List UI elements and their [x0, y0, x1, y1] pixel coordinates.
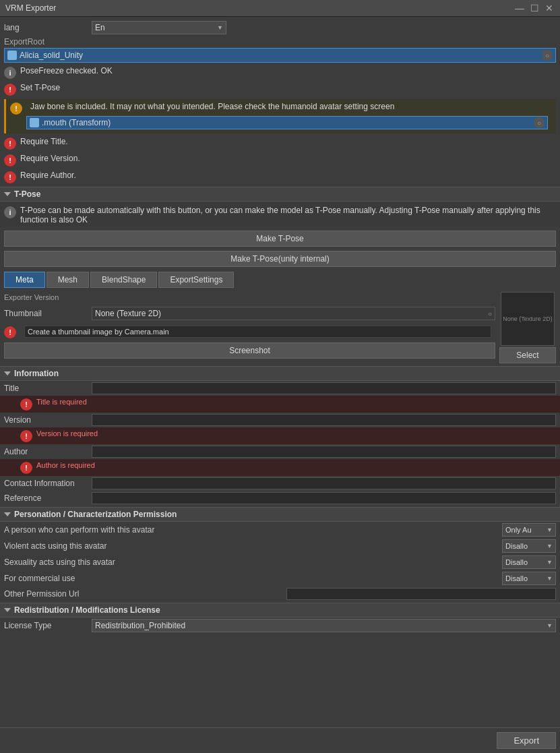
- msg-require-author: ! Require Author.: [0, 169, 560, 185]
- contact-label: Contact Information: [4, 479, 92, 488]
- info-icon-tpose: i: [4, 206, 16, 218]
- lang-row: lang En ▼: [0, 20, 560, 36]
- version-error-row: ! Version is required: [0, 427, 560, 444]
- contact-input[interactable]: [92, 477, 556, 489]
- tab-blendshape[interactable]: BlendShape: [90, 272, 157, 288]
- maximize-icon[interactable]: ☐: [529, 3, 540, 13]
- title-error-row: ! Title is required: [0, 396, 560, 413]
- title-error-text: Title is required: [36, 398, 87, 406]
- permission-row-0: A person who can perform with this avata…: [0, 522, 560, 538]
- thumbnail-left-col: Exporter Version Thumbnail None (Texture…: [4, 292, 495, 359]
- msg-posefreeze-text: PoseFreeze checked. OK: [20, 66, 113, 76]
- permission-label-0: A person who can perform with this avata…: [4, 525, 502, 535]
- permission-chevron-3: ▼: [547, 575, 553, 582]
- permission-value-3: Disallo: [505, 574, 528, 582]
- tab-mesh[interactable]: Mesh: [46, 272, 89, 288]
- permission-chevron-2: ▼: [547, 559, 553, 566]
- permission-triangle-icon: [4, 512, 11, 516]
- title-bar-controls: — ☐ ✕: [514, 3, 555, 13]
- minimize-icon[interactable]: —: [514, 3, 525, 13]
- title-label: Title: [4, 384, 92, 393]
- license-dropdown[interactable]: Redistribution_Prohibited ▼: [92, 619, 556, 632]
- permission-value-1: Disallo: [505, 542, 528, 550]
- tpose-info-box: i T-Pose can be made automatically with …: [0, 203, 560, 227]
- other-permission-input[interactable]: [286, 588, 556, 600]
- author-label: Author: [4, 447, 92, 456]
- thumbnail-select-icon: ○: [488, 310, 492, 318]
- license-type-value: Redistribution_Prohibited: [95, 621, 185, 630]
- author-input[interactable]: [92, 446, 556, 458]
- permission-dropdown-3[interactable]: Disallo ▼: [502, 572, 556, 585]
- tabs-row: Meta Mesh BlendShape ExportSettings: [0, 269, 560, 291]
- license-row: License Type Redistribution_Prohibited ▼: [0, 618, 560, 634]
- export-root-label: ExportRoot: [4, 37, 556, 48]
- lang-chevron-icon: ▼: [217, 24, 223, 31]
- redistribution-section-header: Redistribution / Modifications License: [0, 603, 560, 618]
- author-error-row: ! Author is required: [0, 459, 560, 476]
- information-section-header: Information: [0, 366, 560, 381]
- error-icon-author: !: [4, 171, 16, 183]
- license-type-label: License Type: [4, 621, 92, 630]
- permission-row-4: Other Permission Url: [0, 586, 560, 601]
- version-input[interactable]: [92, 414, 556, 426]
- error-icon-title: !: [4, 138, 16, 150]
- title-error-icon: !: [20, 398, 32, 411]
- author-row: Author: [0, 444, 560, 459]
- object-icon: [7, 51, 17, 60]
- export-root-select-btn[interactable]: ○: [542, 50, 553, 61]
- camera-msg-row: ! Create a thumbnail image by Camera.mai…: [4, 323, 495, 341]
- info-icon-posefreeze: i: [4, 67, 16, 79]
- tab-meta[interactable]: Meta: [4, 272, 45, 288]
- version-error-icon: !: [20, 430, 32, 442]
- permission-section-header: Personation / Characterization Permissio…: [0, 507, 560, 522]
- permission-row-2: Sexuality acts using this avatar Disallo…: [0, 554, 560, 570]
- permission-dropdown-1[interactable]: Disallo ▼: [502, 539, 556, 553]
- jaw-object-field[interactable]: .mouth (Transform) ○: [26, 116, 548, 129]
- bottom-bar: Export: [0, 727, 560, 753]
- permission-chevron-0: ▼: [547, 526, 553, 533]
- thumbnail-label: Thumbnail: [4, 309, 92, 318]
- title-input[interactable]: [92, 382, 556, 394]
- export-root-value: Alicia_solid_Unity: [20, 51, 83, 60]
- permission-section-label: Personation / Characterization Permissio…: [14, 510, 177, 519]
- screenshot-btn[interactable]: Screenshot: [4, 342, 495, 359]
- error-icon-tpose: !: [4, 84, 16, 96]
- reference-input[interactable]: [92, 492, 556, 504]
- license-chevron-icon: ▼: [547, 622, 553, 629]
- permission-chevron-1: ▼: [547, 543, 553, 549]
- thumbnail-select-btn[interactable]: Select: [499, 347, 556, 363]
- make-tpose-btn[interactable]: Make T-Pose: [4, 231, 556, 247]
- make-tpose-unity-btn[interactable]: Make T-Pose(unity internal): [4, 251, 556, 267]
- msg-require-title: ! Require Title.: [0, 135, 560, 152]
- jaw-object-value: .mouth (Transform): [42, 118, 111, 127]
- contact-row: Contact Information: [0, 476, 560, 491]
- permission-dropdown-0[interactable]: Only Au ▼: [502, 523, 556, 537]
- msg-set-tpose-text: Set T-Pose: [20, 83, 60, 92]
- msg-require-version-text: Require Version.: [20, 154, 80, 163]
- tpose-section-label: T-Pose: [14, 189, 40, 199]
- exporter-version-label: Exporter Version: [4, 293, 92, 301]
- export-root-field[interactable]: Alicia_solid_Unity ○: [4, 48, 556, 63]
- permission-value-0: Only Au: [505, 526, 532, 534]
- tpose-triangle-icon: [4, 192, 11, 196]
- exporter-version-row: Exporter Version: [4, 292, 495, 303]
- close-icon[interactable]: ✕: [544, 3, 555, 13]
- permission-value-2: Disallo: [505, 558, 528, 566]
- lang-dropdown[interactable]: En ▼: [92, 21, 226, 34]
- lang-label: lang: [4, 23, 92, 32]
- thumbnail-preview: None (Texture 2D): [501, 292, 555, 346]
- reference-row: Reference: [0, 491, 560, 506]
- jaw-select-btn[interactable]: ○: [534, 117, 545, 128]
- thumbnail-field[interactable]: None (Texture 2D) ○: [92, 307, 495, 320]
- author-error-icon: !: [20, 462, 32, 474]
- permission-dropdown-2[interactable]: Disallo ▼: [502, 555, 556, 569]
- main-content: lang En ▼ ExportRoot Alicia_solid_Unity …: [0, 17, 560, 636]
- error-icon-version: !: [4, 154, 16, 167]
- version-row: Version: [0, 413, 560, 427]
- thumbnail-right-col: None (Texture 2D) Select: [495, 292, 556, 363]
- warning-icon-jaw: !: [10, 102, 22, 115]
- export-root-row: ExportRoot Alicia_solid_Unity ○: [0, 36, 560, 64]
- warning-jaw-box: ! Jaw bone is included. It may not what …: [4, 99, 556, 133]
- tab-exportsettings[interactable]: ExportSettings: [158, 272, 234, 288]
- export-btn[interactable]: Export: [497, 732, 556, 749]
